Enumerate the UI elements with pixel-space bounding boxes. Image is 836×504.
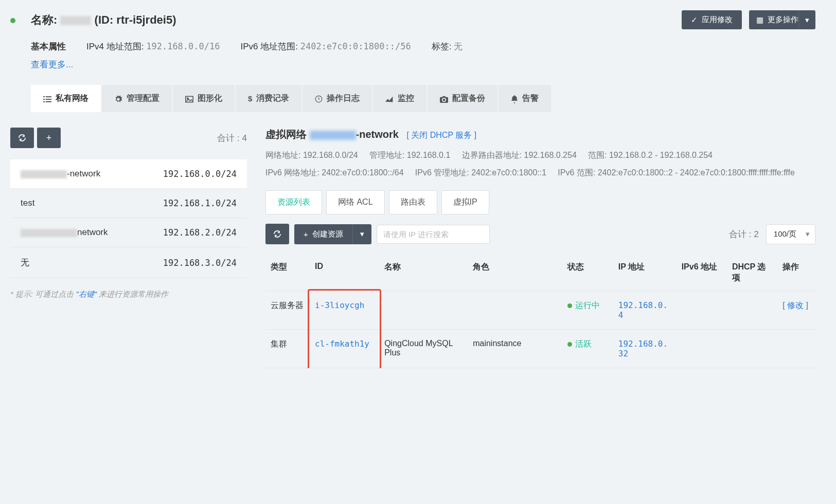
bell-icon	[511, 94, 518, 103]
see-more-link[interactable]: 查看更多...	[31, 59, 815, 70]
network-item[interactable]: test192.168.1.0/24	[10, 189, 247, 218]
clock-icon	[315, 94, 323, 103]
sub-tab-虚拟IP[interactable]: 虚拟IP	[441, 190, 489, 214]
network-item[interactable]: -network192.168.0.0/24	[10, 159, 247, 189]
col-ID: ID	[310, 255, 379, 291]
plus-icon: +	[46, 133, 52, 143]
search-input[interactable]	[377, 225, 490, 244]
status-indicator	[10, 18, 15, 23]
sub-tab-路由表[interactable]: 路由表	[389, 190, 437, 214]
cell-status: 活跃	[562, 330, 613, 368]
cell-dhcp	[727, 291, 777, 330]
cell-ipv6	[677, 330, 727, 368]
apply-button[interactable]: ✓ 应用修改	[682, 10, 742, 29]
col-DHCP 选项: DHCP 选项	[727, 255, 777, 291]
cell-type: 集群	[265, 330, 310, 368]
cell-ip: 192.168.0.32	[613, 330, 677, 368]
tab-告警[interactable]: 告警	[499, 85, 551, 112]
tag-field: 标签: 无	[432, 41, 463, 52]
ipv6-range: IPv6 地址范围: 2402:e7c0:0:1800::/56	[241, 41, 411, 52]
refresh-resources-button[interactable]	[265, 224, 289, 244]
camera-icon	[440, 94, 448, 103]
add-button[interactable]: +	[37, 128, 61, 148]
col-名称: 名称	[379, 255, 468, 291]
refresh-icon	[18, 134, 26, 142]
sub-tab-资源列表[interactable]: 资源列表	[265, 190, 322, 214]
more-actions-button[interactable]: ▦ 更多操作	[749, 10, 806, 29]
col-角色: 角色	[468, 255, 562, 291]
plus-icon: +	[304, 230, 308, 239]
tab-图形化[interactable]: 图形化	[173, 85, 235, 112]
table-row: 集群cl-fmkath1yQingCloud MySQL Plusmainins…	[265, 330, 815, 368]
detail-title: 虚拟网络 -network [ 关闭 DHCP 服务 ]	[265, 128, 815, 141]
image-icon	[185, 94, 193, 103]
table-row: 云服务器i-3lioycgh运行中192.168.0.4[ 修改 ]	[265, 291, 815, 330]
svg-rect-0	[43, 96, 45, 97]
cell-ip: 192.168.0.4	[613, 291, 677, 330]
svg-rect-3	[46, 96, 51, 97]
tab-管理配置[interactable]: 管理配置	[102, 85, 172, 112]
list-icon	[43, 94, 51, 103]
ip-link[interactable]: 192.168.0.32	[618, 339, 668, 358]
cell-ipv6	[677, 291, 727, 330]
cell-name: QingCloud MySQL Plus	[379, 330, 468, 368]
basic-attrs-label: 基本属性	[31, 41, 66, 52]
cell-status: 运行中	[562, 291, 613, 330]
status-dot	[567, 303, 572, 308]
cell-name	[379, 291, 468, 330]
svg-rect-5	[46, 101, 51, 102]
ipv4-range: IPv4 地址范围: 192.168.0.0/16	[86, 41, 220, 52]
svg-rect-1	[43, 99, 45, 100]
create-resource-button[interactable]: + 创建资源	[294, 224, 352, 244]
resource-id-link[interactable]: cl-fmkath1y	[315, 339, 369, 349]
tab-监控[interactable]: 监控	[373, 85, 426, 112]
ip-link[interactable]: 192.168.0.4	[618, 300, 668, 320]
modify-link[interactable]: [ 修改 ]	[782, 301, 808, 310]
chart-icon	[385, 94, 394, 103]
check-icon: ✓	[691, 15, 698, 25]
chevron-down-icon: ▾	[805, 15, 809, 25]
cell-role	[468, 291, 562, 330]
grid-icon: ▦	[756, 15, 763, 25]
col-类型: 类型	[265, 255, 310, 291]
right-total: 合计 : 2	[729, 228, 759, 240]
dhcp-toggle-link[interactable]: [ 关闭 DHCP 服务 ]	[406, 131, 476, 139]
col-IPv6 地址: IPv6 地址	[677, 255, 727, 291]
main-tabs: 私有网络管理配置图形化$消费记录操作日志监控配置备份告警	[31, 85, 815, 112]
refresh-button[interactable]	[10, 128, 34, 148]
tab-配置备份[interactable]: 配置备份	[428, 85, 497, 112]
cell-role: maininstance	[468, 330, 562, 368]
network-list: -network192.168.0.0/24test192.168.1.0/24…	[10, 159, 247, 278]
resource-id-link[interactable]: i-3lioycgh	[315, 300, 364, 310]
dollar-icon: $	[248, 94, 252, 103]
page-size-select[interactable]: 100/页	[766, 224, 815, 244]
sub-tabs: 资源列表网络 ACL路由表虚拟IP	[265, 190, 815, 214]
create-resource-caret[interactable]: ▾	[352, 224, 371, 244]
more-actions-caret[interactable]: ▾	[798, 10, 815, 29]
sub-tab-网络 ACL[interactable]: 网络 ACL	[326, 190, 385, 214]
svg-rect-2	[43, 101, 45, 102]
cell-type: 云服务器	[265, 291, 310, 330]
svg-rect-4	[46, 99, 51, 100]
chevron-down-icon: ▾	[360, 229, 364, 238]
network-item[interactable]: 无192.168.3.0/24	[10, 247, 247, 278]
refresh-icon	[273, 230, 281, 238]
tab-消费记录[interactable]: $消费记录	[236, 85, 301, 112]
col-状态: 状态	[562, 255, 613, 291]
status-dot	[567, 342, 572, 347]
tab-操作日志[interactable]: 操作日志	[303, 85, 372, 112]
cell-dhcp	[727, 330, 777, 368]
col-操作: 操作	[777, 255, 815, 291]
svg-point-7	[187, 98, 188, 99]
cell-action: [ 修改 ]	[777, 291, 815, 330]
cell-id: i-3lioycgh	[310, 291, 379, 330]
page-title: 名称: (ID: rtr-i5jrdei5)	[31, 12, 176, 28]
network-item[interactable]: network192.168.2.0/24	[10, 218, 247, 247]
col-IP 地址: IP 地址	[613, 255, 677, 291]
network-info: 网络地址: 192.168.0.0/24 管理地址: 192.168.0.1 边…	[265, 147, 815, 181]
resource-table: 类型ID名称角色状态IP 地址IPv6 地址DHCP 选项操作 云服务器i-3l…	[265, 255, 815, 368]
cell-id: cl-fmkath1y	[310, 330, 379, 368]
hint-text: * 提示: 可通过点击 "右键" 来进行资源常用操作	[10, 290, 247, 299]
tab-私有网络[interactable]: 私有网络	[31, 85, 101, 112]
cell-action	[777, 330, 815, 368]
